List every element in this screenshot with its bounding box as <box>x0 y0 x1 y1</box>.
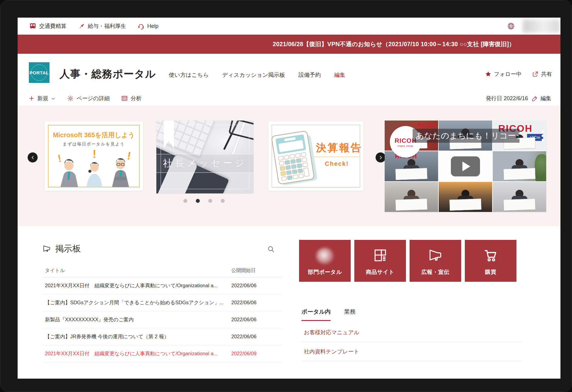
message-board <box>503 199 535 211</box>
globe-icon[interactable] <box>507 22 515 31</box>
board-title: 掲示板 <box>55 243 81 254</box>
follow-label: フォロー中 <box>494 70 522 78</box>
pushpin-icon <box>78 23 85 30</box>
share-button[interactable]: 共有 <box>532 70 552 78</box>
carousel-dot-2-active[interactable] <box>196 199 200 203</box>
row-date: 2022/06/06 <box>231 317 280 322</box>
edit-page-button[interactable]: 編集 <box>532 95 551 102</box>
announcement-banner[interactable]: 2021/06/28【復旧】VPN不通のお知らせ（2021/07/10 10:0… <box>18 35 560 54</box>
video-card[interactable]: RICOH RICOHVICre RICOH RICOH imagine. ch… <box>385 121 546 212</box>
tile-purchasing[interactable]: 購買 <box>465 240 516 282</box>
svg-text:!: ! <box>93 150 96 160</box>
link-internal-doc-templates[interactable]: 社内資料テンプレート <box>301 342 522 361</box>
nav-how-to-use[interactable]: 使い方はこちら <box>169 71 209 79</box>
row-date: 2022/06/06 <box>231 334 280 339</box>
edit-page-label: 編集 <box>540 95 551 102</box>
search-icon <box>267 245 275 253</box>
tab-portal-internal[interactable]: ポータル内 <box>301 308 331 321</box>
table-row[interactable]: 2021年XX月XX日付 組織変更ならびに人事異動について/Organizati… <box>43 277 282 294</box>
help-link[interactable]: Help <box>138 23 158 30</box>
table-header-row: タイトル 公開開始日 <box>43 264 282 277</box>
tab-business[interactable]: 業務 <box>344 308 356 321</box>
row-title: 新製品『XXXXXXXXXX』発売のご案内 <box>43 316 231 323</box>
m365-card-subtitle: まずは毎日ポータルを見よう <box>45 141 143 147</box>
carousel-next-button[interactable] <box>376 152 386 162</box>
table-row[interactable]: 新製品『XXXXXXXXXX』発売のご案内 2022/06/06 <box>43 311 282 328</box>
payroll-benefits-link[interactable]: 給与・福利厚生 <box>78 22 126 30</box>
tile-label: 部門ポータル <box>299 268 351 276</box>
nav-discussion-board[interactable]: ディスカッション掲示板 <box>222 71 285 79</box>
montage-cell <box>493 182 546 212</box>
message-board <box>395 199 427 211</box>
calculator-illustration <box>270 129 319 186</box>
portal-logo[interactable]: PORTAL <box>29 62 49 83</box>
ricoh-tagline: imagine. change. <box>397 145 414 147</box>
message-board <box>503 168 535 180</box>
chevron-left-icon <box>30 155 35 160</box>
board-header: 掲示板 <box>43 243 81 254</box>
chevron-down-icon <box>51 96 56 101</box>
announcement-text: 2021/06/28【復旧】VPN不通のお知らせ（2021/07/10 10:0… <box>273 40 515 48</box>
column-header-title[interactable]: タイトル <box>43 268 231 274</box>
montage-cell <box>385 182 438 212</box>
carousel-dot-4[interactable] <box>221 199 225 203</box>
new-button[interactable]: 新規 <box>29 95 56 102</box>
plus-icon <box>29 95 35 101</box>
message-board <box>449 199 481 211</box>
video-title: あなたのまちにも！リコージ… <box>416 130 519 141</box>
tile-label: 購買 <box>465 268 516 276</box>
quick-link-tabs: ポータル内 業務 <box>301 308 356 321</box>
board-search-button[interactable] <box>267 245 275 254</box>
payroll-benefits-label: 給与・福利厚生 <box>88 22 126 30</box>
user-account-blurred[interactable] <box>523 19 560 33</box>
analytics-button[interactable]: 分析 <box>121 95 141 102</box>
carousel-card-financial-report[interactable]: 決算報告 Check! <box>268 121 363 191</box>
star-icon <box>485 71 492 77</box>
tile-product-site[interactable]: 商品サイト <box>354 240 406 282</box>
video-title-bar: あなたのまちにも！リコージ… <box>413 129 519 143</box>
cart-icon <box>483 248 498 263</box>
header-actions: フォロー中 共有 <box>485 70 552 78</box>
table-row[interactable]: 【ご案内】SDGsアクション月間「できることから始めるSDGsアクション」...… <box>43 294 282 311</box>
nav-facility-reservation[interactable]: 設備予約 <box>298 71 321 79</box>
site-nav: 使い方はこちら ディスカッション掲示板 設備予約 編集 <box>169 71 346 79</box>
carousel-card-president-message[interactable]: 社長メッセージ <box>156 121 254 193</box>
play-button[interactable] <box>451 156 480 176</box>
carousel-card-m365[interactable]: Microsoft 365を活用しよう まずは毎日ポータルを見よう ! ! ! <box>45 121 143 191</box>
page-title: 人事・総務ポータル <box>60 67 156 81</box>
video-menu-dots-icon[interactable] <box>542 130 544 141</box>
board-table: タイトル 公開開始日 2021年XX月XX日付 組織変更ならびに人事異動について… <box>43 264 282 362</box>
command-bar: 新規 ページの詳細 分析 発行日 2022/6/16 編集 <box>18 91 560 106</box>
carousel-dot-3[interactable] <box>208 199 212 203</box>
megaphone-icon <box>428 248 443 263</box>
follow-button[interactable]: フォロー中 <box>485 70 522 78</box>
transport-expense-link[interactable]: 交通費精算 <box>29 22 66 30</box>
analytics-label: 分析 <box>131 95 141 102</box>
pencil-icon <box>532 95 538 102</box>
published-date: 発行日 2022/6/16 <box>486 95 528 102</box>
link-customer-service-manual[interactable]: お客様対応マニュアル <box>301 323 522 342</box>
new-label: 新規 <box>37 95 48 102</box>
row-date: 2022/06/06 <box>231 300 280 305</box>
carousel-dot-1[interactable] <box>183 199 187 203</box>
tile-label: 広報・宣伝 <box>410 268 461 276</box>
financial-report-title: 決算報告 <box>316 141 362 155</box>
tile-label: 商品サイト <box>354 268 406 276</box>
chevron-right-icon <box>378 155 383 160</box>
share-label: 共有 <box>541 70 552 78</box>
page-details-button[interactable]: ページの詳細 <box>67 95 110 102</box>
logo-text: PORTAL <box>29 70 49 75</box>
table-row[interactable]: 【ご案内】JR券発券機 今後の運用について（第 2 報） 2022/06/06 <box>43 328 282 345</box>
nav-edit[interactable]: 編集 <box>334 71 346 79</box>
column-header-date[interactable]: 公開開始日 <box>231 268 280 274</box>
tile-public-relations[interactable]: 広報・宣伝 <box>410 240 461 282</box>
financial-report-badge: Check! <box>325 160 349 167</box>
analytics-icon <box>121 95 128 102</box>
carousel-prev-button[interactable] <box>28 152 38 162</box>
tile-department-portal[interactable]: 部門ポータル <box>299 240 351 282</box>
row-title: 2021年XX月XX日付 組織変更ならびに人事異動について/Organizati… <box>43 350 231 357</box>
m365-card-title: Microsoft 365を活用しよう <box>45 131 143 139</box>
message-board <box>395 168 427 180</box>
table-row-alert[interactable]: 2021年XX月XX日付 組織変更ならびに人事異動について/Organizati… <box>43 345 282 362</box>
row-date: 2022/06/09 <box>231 351 280 356</box>
